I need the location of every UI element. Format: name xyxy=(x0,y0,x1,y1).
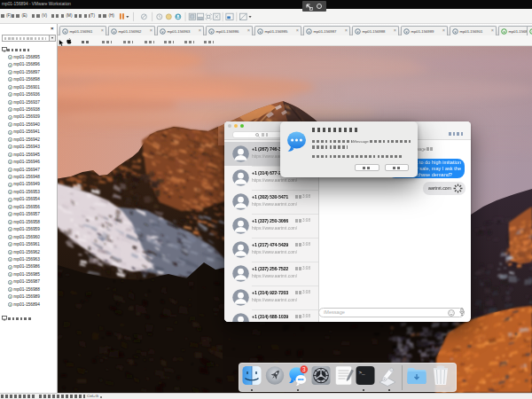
svg-text:>_: >_ xyxy=(358,370,365,376)
svg-text:3: 3 xyxy=(302,365,306,372)
